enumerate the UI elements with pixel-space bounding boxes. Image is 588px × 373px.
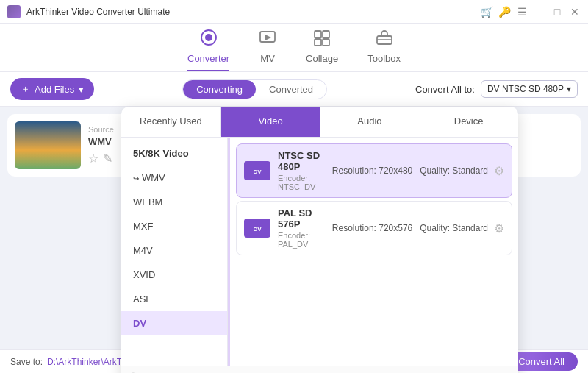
app-title: ArkThinker Video Converter Ultimate	[26, 7, 170, 17]
convert-all-chevron: ▾	[567, 84, 571, 94]
tab-converted[interactable]: Converted	[256, 80, 326, 99]
converter-icon	[200, 29, 218, 50]
svg-text:DV: DV	[253, 168, 262, 175]
add-files-label: Add Files	[35, 84, 74, 95]
svg-rect-5	[315, 39, 321, 46]
preset-gear-ntsc[interactable]: ⚙	[494, 164, 504, 178]
format-item-5k8k[interactable]: 5K/8K Video	[121, 141, 227, 166]
svg-rect-4	[323, 31, 329, 38]
title-bar-controls[interactable]: 🛒 🔑 ☰ — □ ✕	[481, 6, 581, 18]
toolbox-icon	[376, 29, 393, 50]
preset-icon-ntsc: DV	[244, 161, 270, 180]
nav-label-mv: MV	[260, 53, 275, 64]
dropdown-tabs: Recently Used Video Audio Device	[121, 107, 518, 138]
preset-resolution-pal: Resolution: 720x576	[332, 223, 412, 233]
app-logo	[7, 5, 21, 18]
nav-item-toolbox[interactable]: Toolbox	[368, 29, 401, 71]
preset-encoder-ntsc: Encoder: NTSC_DV	[278, 174, 325, 191]
edit-icon[interactable]: ✎	[103, 152, 112, 166]
mv-icon	[259, 29, 276, 50]
dropdown-tab-audio[interactable]: Audio	[320, 107, 420, 137]
format-list: 5K/8K Video ↪WMV WEBM MXF M4V XVID ASF D…	[121, 138, 228, 366]
preset-item-ntsc480p[interactable]: DV NTSC SD 480P Encoder: NTSC_DV Resolut…	[236, 143, 512, 198]
nav-item-collage[interactable]: Collage	[306, 29, 338, 71]
toolbar: ＋ Add Files ▾ Converting Converted Conve…	[0, 72, 588, 107]
key-icon[interactable]: 🔑	[498, 6, 510, 18]
nav-item-mv[interactable]: MV	[259, 29, 276, 71]
preset-encoder-pal: Encoder: PAL_DV	[278, 231, 325, 249]
svg-rect-3	[315, 31, 321, 38]
format-dropdown-panel: Recently Used Video Audio Device 5K/8K V…	[121, 107, 518, 373]
converting-tabs: Converting Converted	[182, 79, 327, 99]
nav-label-collage: Collage	[306, 53, 338, 64]
format-item-xvid[interactable]: XVID	[121, 263, 227, 287]
dropdown-body: 5K/8K Video ↪WMV WEBM MXF M4V XVID ASF D…	[121, 138, 518, 366]
preset-info-pal: PAL SD 576P Encoder: PAL_DV	[278, 207, 325, 249]
convert-all-label: Convert All to:	[415, 84, 475, 95]
main-content: Source WMV ☆ ✎ Recently Used Video Audio…	[0, 107, 588, 360]
preset-gear-pal[interactable]: ⚙	[494, 221, 504, 235]
plus-icon: ＋	[21, 82, 30, 96]
tab-converting[interactable]: Converting	[183, 80, 256, 99]
close-icon[interactable]: ✕	[569, 6, 581, 18]
format-item-mxf[interactable]: MXF	[121, 214, 227, 238]
preset-name-pal: PAL SD 576P	[278, 207, 325, 230]
add-files-dropdown-icon: ▾	[79, 84, 84, 95]
convert-all-area: Convert All to: DV NTSC SD 480P ▾	[415, 80, 578, 98]
svg-text:DV: DV	[253, 226, 262, 232]
add-files-button[interactable]: ＋ Add Files ▾	[10, 78, 94, 100]
format-item-dv[interactable]: DV	[121, 311, 227, 335]
presets-panel: DV NTSC SD 480P Encoder: NTSC_DV Resolut…	[230, 138, 518, 366]
preset-item-pal576p[interactable]: DV PAL SD 576P Encoder: PAL_DV Resolutio…	[236, 201, 512, 255]
top-nav: Converter MV Collage	[0, 24, 588, 72]
format-item-asf[interactable]: ASF	[121, 287, 227, 311]
preset-resolution-ntsc: Resolution: 720x480	[332, 166, 412, 176]
convert-all-select[interactable]: DV NTSC SD 480P ▾	[481, 80, 578, 98]
file-list: Source WMV ☆ ✎ Recently Used Video Audio…	[0, 107, 588, 360]
minimize-icon[interactable]: —	[534, 6, 545, 18]
format-item-wmv[interactable]: ↪WMV	[121, 166, 227, 190]
nav-label-converter: Converter	[187, 53, 229, 64]
svg-point-1	[205, 34, 212, 41]
svg-rect-6	[323, 39, 329, 46]
format-item-webm[interactable]: WEBM	[121, 190, 227, 214]
menu-icon[interactable]: ☰	[516, 6, 528, 18]
title-bar-left: ArkThinker Video Converter Ultimate	[7, 5, 170, 18]
file-thumbnail	[15, 121, 81, 169]
dropdown-tab-video[interactable]: Video	[221, 107, 320, 137]
format-item-m4v[interactable]: M4V	[121, 238, 227, 263]
dropdown-tab-device[interactable]: Device	[419, 107, 518, 137]
maximize-icon[interactable]: □	[551, 6, 563, 18]
convert-all-value: DV NTSC SD 480P	[487, 84, 564, 94]
preset-name-ntsc: NTSC SD 480P	[278, 150, 325, 172]
star-icon[interactable]: ☆	[88, 152, 98, 166]
dropdown-tab-recently-used[interactable]: Recently Used	[121, 107, 221, 137]
preset-icon-pal: DV	[244, 219, 270, 238]
preset-quality-ntsc: Quality: Standard	[420, 166, 488, 176]
save-to-label: Save to:	[10, 357, 43, 367]
nav-item-converter[interactable]: Converter	[187, 29, 229, 71]
collage-icon	[313, 29, 331, 50]
preset-info-ntsc: NTSC SD 480P Encoder: NTSC_DV	[278, 150, 325, 191]
title-bar: ArkThinker Video Converter Ultimate 🛒 🔑 …	[0, 0, 588, 24]
preset-quality-pal: Quality: Standard	[420, 223, 488, 233]
nav-label-toolbox: Toolbox	[368, 53, 401, 64]
cart-icon[interactable]: 🛒	[481, 6, 492, 18]
wmv-cursor: ↪	[133, 174, 139, 182]
search-bar: 🔍	[121, 366, 518, 373]
